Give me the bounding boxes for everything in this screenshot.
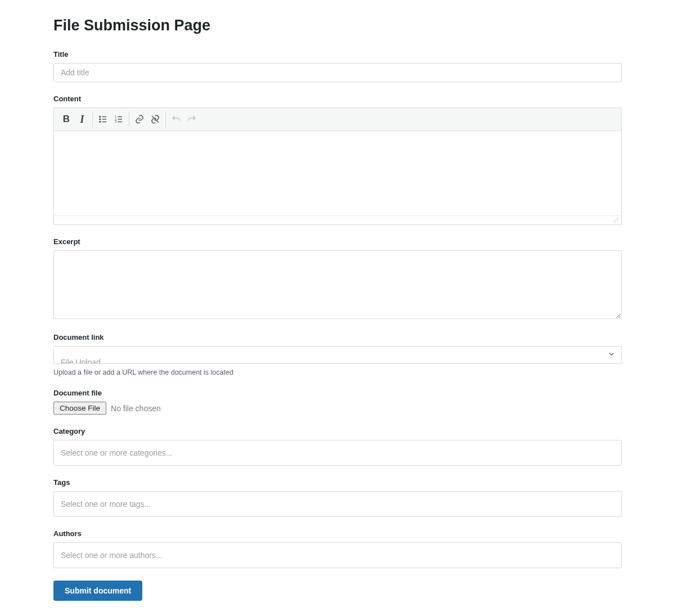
document-file-label: Document file — [53, 389, 622, 397]
italic-icon: I — [80, 114, 84, 125]
content-label: Content — [53, 95, 622, 103]
file-status: No file chosen — [111, 404, 161, 413]
tags-placeholder: Select one or more tags... — [61, 500, 151, 509]
numbered-list-icon: 123 — [114, 114, 124, 124]
unlink-button[interactable] — [147, 111, 163, 127]
numbered-list-button[interactable]: 123 — [111, 111, 127, 127]
excerpt-input[interactable] — [53, 250, 622, 319]
category-label: Category — [53, 427, 622, 435]
tags-field: Tags Select one or more tags... — [53, 478, 622, 517]
chevron-down-icon — [608, 350, 615, 360]
authors-label: Authors — [53, 529, 622, 538]
bold-icon: B — [63, 114, 70, 125]
undo-button[interactable] — [168, 111, 184, 127]
category-placeholder: Select one or more categories... — [61, 448, 172, 457]
link-icon — [134, 114, 145, 124]
bulleted-list-button[interactable] — [95, 111, 111, 127]
italic-button[interactable]: I — [74, 111, 90, 127]
content-input[interactable] — [54, 131, 621, 215]
choose-file-button[interactable]: Choose File — [53, 402, 106, 415]
svg-point-4 — [100, 122, 101, 123]
redo-icon — [187, 114, 197, 124]
excerpt-field: Excerpt — [53, 237, 622, 321]
tags-select[interactable]: Select one or more tags... — [53, 491, 622, 517]
bulleted-list-icon — [98, 114, 108, 124]
document-link-value: File Upload — [61, 358, 101, 364]
link-button[interactable] — [132, 111, 147, 127]
tags-label: Tags — [53, 478, 622, 487]
redo-button[interactable] — [184, 111, 200, 127]
document-link-label: Document link — [53, 333, 622, 341]
excerpt-label: Excerpt — [53, 237, 622, 246]
category-select[interactable]: Select one or more categories... — [53, 440, 622, 466]
bold-button[interactable]: B — [58, 111, 74, 127]
svg-point-0 — [100, 116, 101, 118]
title-input[interactable] — [53, 63, 622, 82]
title-field: Title — [53, 50, 622, 82]
page-title: File Submission Page — [53, 17, 622, 34]
document-link-select[interactable]: File Upload — [53, 346, 622, 364]
editor-toolbar: B I 123 — [54, 108, 621, 131]
document-file-field: Document file Choose File No file chosen — [53, 389, 622, 415]
svg-point-2 — [100, 119, 101, 120]
unlink-icon — [150, 114, 160, 124]
submit-document-button[interactable]: Submit document — [53, 581, 142, 601]
title-label: Title — [53, 50, 622, 59]
authors-field: Authors Select one or more authors... — [53, 529, 622, 568]
rich-text-editor: B I 123 — [53, 107, 622, 225]
svg-text:3: 3 — [115, 120, 116, 123]
document-link-helper: Upload a file or add a URL where the doc… — [53, 368, 622, 376]
undo-icon — [171, 114, 181, 124]
document-link-field: Document link File Upload Upload a file … — [53, 333, 622, 376]
content-field: Content B I 123 — [53, 95, 622, 225]
editor-resize-handle[interactable] — [54, 215, 621, 224]
authors-select[interactable]: Select one or more authors... — [53, 542, 622, 568]
authors-placeholder: Select one or more authors... — [61, 551, 163, 560]
category-field: Category Select one or more categories..… — [53, 427, 622, 466]
